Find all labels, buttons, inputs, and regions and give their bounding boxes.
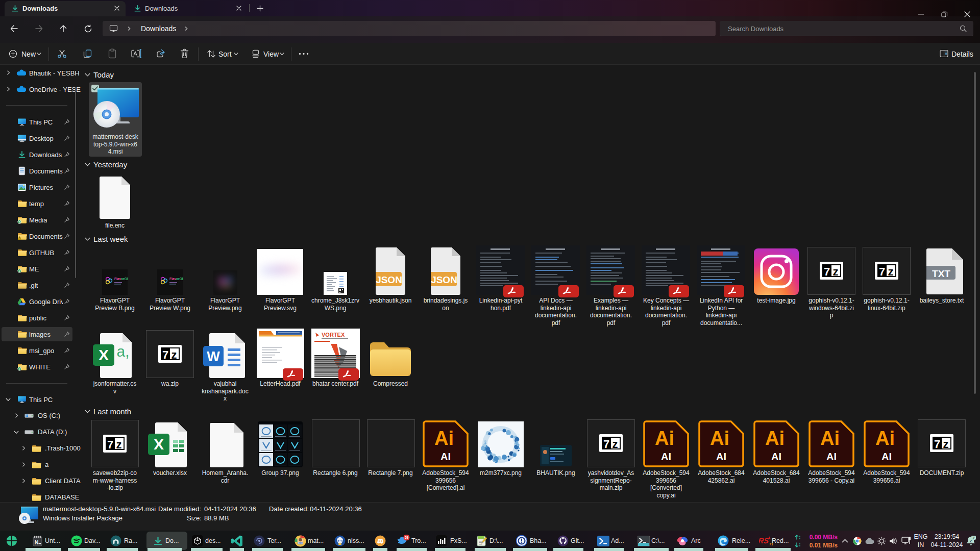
svg-text:VORTEX: VORTEX <box>322 332 345 338</box>
svg-text:Beta: Beta <box>298 542 303 544</box>
svg-text:RS: RS <box>759 536 770 545</box>
svg-text:FlavorGPT: FlavorGPT <box>114 277 128 281</box>
svg-text:59: 59 <box>405 536 409 539</box>
svg-text:7: 7 <box>879 265 885 278</box>
svg-text:7: 7 <box>603 438 609 450</box>
svg-text:W: W <box>207 349 220 364</box>
svg-text:AI: AI <box>771 451 781 462</box>
svg-text:Ai: Ai <box>655 428 674 449</box>
svg-text:7: 7 <box>162 348 168 361</box>
svg-text:z: z <box>943 438 949 450</box>
svg-text:Ai: Ai <box>434 428 454 449</box>
svg-text:a,: a, <box>116 343 129 360</box>
svg-text:AI: AI <box>440 451 451 462</box>
svg-text:X: X <box>154 436 164 453</box>
svg-text:Ai: Ai <box>820 428 840 449</box>
svg-text:z: z <box>888 265 894 278</box>
svg-text:Ai: Ai <box>765 428 785 449</box>
svg-text:z: z <box>172 348 177 361</box>
svg-text:7: 7 <box>824 265 830 278</box>
svg-text:N: N <box>35 539 39 545</box>
svg-text:Ai: Ai <box>710 428 729 449</box>
svg-text:Ai: Ai <box>875 428 895 449</box>
svg-text:AI: AI <box>881 451 892 462</box>
svg-text:7: 7 <box>107 438 113 451</box>
svg-text:TXT: TXT <box>932 268 950 279</box>
svg-text:AI: AI <box>661 451 671 462</box>
svg-text:X: X <box>99 346 109 363</box>
svg-text:7: 7 <box>934 438 940 450</box>
svg-text:z: z <box>612 438 618 450</box>
svg-text:JSON: JSON <box>376 274 402 285</box>
svg-text:Z: Z <box>973 536 975 540</box>
svg-text:FlavorGPT: FlavorGPT <box>169 277 183 281</box>
svg-text:JSON: JSON <box>431 274 457 285</box>
svg-text:Z: Z <box>970 539 972 543</box>
svg-text:AI: AI <box>716 451 726 462</box>
svg-text:z: z <box>833 265 839 278</box>
svg-text:AI: AI <box>826 451 837 462</box>
svg-text:z: z <box>116 438 122 451</box>
